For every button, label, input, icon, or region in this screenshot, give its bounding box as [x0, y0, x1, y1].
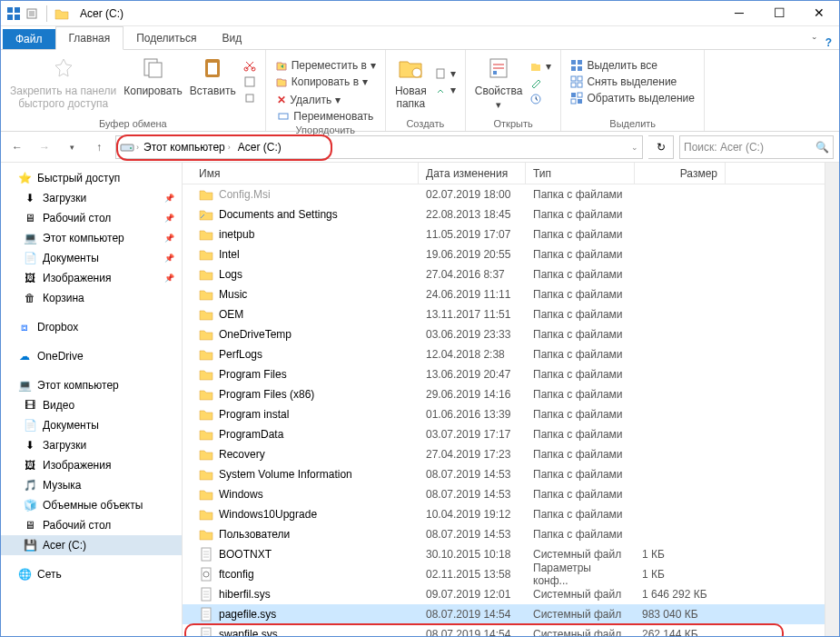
file-row[interactable]: Logs27.04.2016 8:37Папка с файлами: [183, 264, 825, 284]
file-row[interactable]: OneDriveTemp03.06.2019 23:33Папка с файл…: [183, 324, 825, 344]
easy-access-button[interactable]: ▾: [434, 84, 456, 96]
crumb-thispc[interactable]: Этот компьютер ›: [141, 141, 233, 154]
select-all-button[interactable]: Выделить все: [570, 59, 695, 72]
file-row[interactable]: Program Files13.06.2019 20:47Папка с фай…: [183, 364, 825, 384]
file-row[interactable]: ProgramData03.07.2019 17:17Папка с файла…: [183, 424, 825, 444]
select-invert-button[interactable]: Обратить выделение: [570, 92, 695, 105]
trash-icon: 🗑: [23, 291, 37, 305]
sidebar-item-thispc-pinned[interactable]: 💻Этот компьютер📌: [1, 228, 182, 248]
nav-up-button[interactable]: ↑: [88, 136, 110, 158]
copy-to-button[interactable]: Копировать в ▾: [275, 75, 376, 88]
tab-file[interactable]: Файл: [3, 29, 55, 49]
pictures-icon: 🖼: [23, 458, 37, 473]
file-row[interactable]: OEM13.11.2017 11:51Папка с файлами: [183, 304, 825, 324]
file-row[interactable]: Program instal01.06.2016 13:39Папка с фа…: [183, 404, 825, 424]
file-row[interactable]: swapfile.sys08.07.2019 14:54Системный фа…: [183, 624, 825, 636]
crumb-drive[interactable]: Acer (C:): [235, 141, 284, 154]
sidebar-item-music[interactable]: 🎵Музыка: [1, 475, 182, 495]
file-row[interactable]: inetpub11.05.2019 17:07Папка с файлами: [183, 224, 825, 244]
delete-button[interactable]: ✕ Удалить ▾: [277, 94, 373, 106]
pin-quickaccess-button[interactable]: Закрепить на панели быстрого доступа: [10, 54, 116, 110]
sidebar-item-downloads2[interactable]: ⬇Загрузки: [1, 435, 182, 455]
file-date: 08.07.2019 14:53: [419, 468, 526, 481]
file-type: Папка с файлами: [526, 508, 635, 521]
sidebar-item-dropbox[interactable]: ⧈Dropbox: [1, 317, 182, 337]
file-date: 11.05.2019 17:07: [419, 228, 526, 241]
qat-properties-icon[interactable]: [25, 6, 39, 21]
nav-forward-button[interactable]: →: [34, 136, 55, 158]
new-folder-button[interactable]: Новая папка: [395, 54, 427, 110]
file-date: 24.06.2019 11:11: [419, 288, 526, 301]
cut-button[interactable]: [243, 59, 256, 72]
tab-view[interactable]: Вид: [209, 27, 254, 49]
sidebar-item-desktop2[interactable]: 🖥Рабочий стол: [1, 515, 182, 535]
sidebar-item-documents2[interactable]: 📄Документы: [1, 415, 182, 435]
file-row[interactable]: Documents and Settings22.08.2013 18:45Па…: [183, 204, 825, 224]
ribbon-collapse-icon[interactable]: ˇ: [813, 36, 816, 49]
file-row[interactable]: Intel19.06.2019 20:55Папка с файлами: [183, 244, 825, 264]
sidebar[interactable]: ⭐Быстрый доступ ⬇Загрузки📌 🖥Рабочий стол…: [1, 163, 183, 636]
file-row[interactable]: System Volume Information08.07.2019 14:5…: [183, 464, 825, 484]
paste-button[interactable]: Вставить: [190, 54, 236, 110]
nav-back-button[interactable]: ←: [6, 136, 28, 158]
paste-shortcut-button[interactable]: [243, 92, 256, 105]
file-row[interactable]: Пользователи08.07.2019 14:53Папка с файл…: [183, 524, 825, 544]
minimize-button[interactable]: ─: [719, 1, 759, 26]
file-row[interactable]: Windows08.07.2019 14:53Папка с файлами: [183, 484, 825, 504]
file-type: Папка с файлами: [526, 188, 635, 201]
file-row[interactable]: BOOTNXT30.10.2015 10:18Системный файл1 К…: [183, 544, 825, 564]
help-icon[interactable]: ?: [825, 36, 832, 49]
rename-button[interactable]: Переименовать: [277, 110, 373, 123]
svg-rect-2: [7, 15, 13, 20]
copy-button[interactable]: Копировать: [124, 54, 183, 110]
sidebar-item-documents[interactable]: 📄Документы📌: [1, 248, 182, 268]
open-button[interactable]: ▾: [529, 60, 551, 73]
new-item-button[interactable]: ▾: [434, 67, 456, 80]
file-name: Program Files (x86): [219, 388, 314, 401]
history-button[interactable]: [529, 93, 551, 105]
sidebar-item-onedrive[interactable]: ☁OneDrive: [1, 346, 182, 366]
sidebar-item-videos[interactable]: 🎞Видео: [1, 395, 182, 415]
file-row[interactable]: pagefile.sys08.07.2019 14:54Системный фа…: [183, 604, 825, 624]
column-headers[interactable]: Имя Дата изменения Тип Размер: [183, 163, 825, 184]
tab-share[interactable]: Поделиться: [124, 27, 209, 49]
scrollbar[interactable]: [825, 163, 839, 636]
search-input[interactable]: Поиск: Acer (C:) 🔍: [679, 135, 834, 159]
nav-recent-button[interactable]: ▾: [61, 136, 83, 158]
sidebar-item-pictures[interactable]: 🖼Изображения📌: [1, 268, 182, 288]
copy-path-button[interactable]: [243, 75, 256, 88]
sidebar-item-desktop[interactable]: 🖥Рабочий стол📌: [1, 208, 182, 228]
file-row[interactable]: hiberfil.sys09.07.2019 12:01Системный фа…: [183, 584, 825, 604]
maximize-button[interactable]: ☐: [759, 1, 799, 26]
move-to-button[interactable]: Переместить в ▾: [275, 59, 376, 72]
tab-home[interactable]: Главная: [55, 26, 124, 50]
close-button[interactable]: ✕: [799, 1, 839, 26]
breadcrumb[interactable]: › Этот компьютер › Acer (C:) ⌄: [115, 135, 643, 159]
file-type: Папка с файлами: [526, 388, 635, 401]
svg-rect-13: [279, 114, 288, 119]
sidebar-item-pictures2[interactable]: 🖼Изображения: [1, 455, 182, 475]
crumb-dropdown-icon[interactable]: ⌄: [631, 143, 638, 152]
refresh-button[interactable]: ↻: [648, 135, 674, 159]
folder-icon: [199, 427, 213, 442]
sidebar-item-downloads[interactable]: ⬇Загрузки📌: [1, 188, 182, 208]
file-row[interactable]: Config.Msi02.07.2019 18:00Папка с файлам…: [183, 184, 825, 204]
file-row[interactable]: ftconfig02.11.2015 13:58Параметры конф..…: [183, 564, 825, 584]
properties-button[interactable]: Свойства▾: [475, 54, 523, 111]
file-date: 03.06.2019 23:33: [419, 328, 526, 341]
file-row[interactable]: Windows10Upgrade10.04.2019 19:12Папка с …: [183, 504, 825, 524]
sidebar-item-thispc[interactable]: 💻Этот компьютер: [1, 375, 182, 395]
file-row[interactable]: Program Files (x86)29.06.2019 14:16Папка…: [183, 384, 825, 404]
sidebar-item-3dobjects[interactable]: 🧊Объемные объекты: [1, 495, 182, 515]
file-row[interactable]: Recovery27.04.2019 17:23Папка с файлами: [183, 444, 825, 464]
sidebar-item-network[interactable]: 🌐Сеть: [1, 564, 182, 584]
edit-button[interactable]: [529, 76, 551, 89]
sidebar-item-acer[interactable]: 💾Acer (C:): [1, 535, 182, 555]
file-row[interactable]: PerfLogs12.04.2018 2:38Папка с файлами: [183, 344, 825, 364]
sidebar-item-quick[interactable]: ⭐Быстрый доступ: [1, 168, 182, 188]
sidebar-item-trash[interactable]: 🗑Корзина: [1, 288, 182, 308]
svg-rect-27: [571, 93, 576, 97]
desktop-icon: 🖥: [23, 211, 37, 225]
file-row[interactable]: Music24.06.2019 11:11Папка с файлами: [183, 284, 825, 304]
select-none-button[interactable]: Снять выделение: [570, 75, 695, 88]
